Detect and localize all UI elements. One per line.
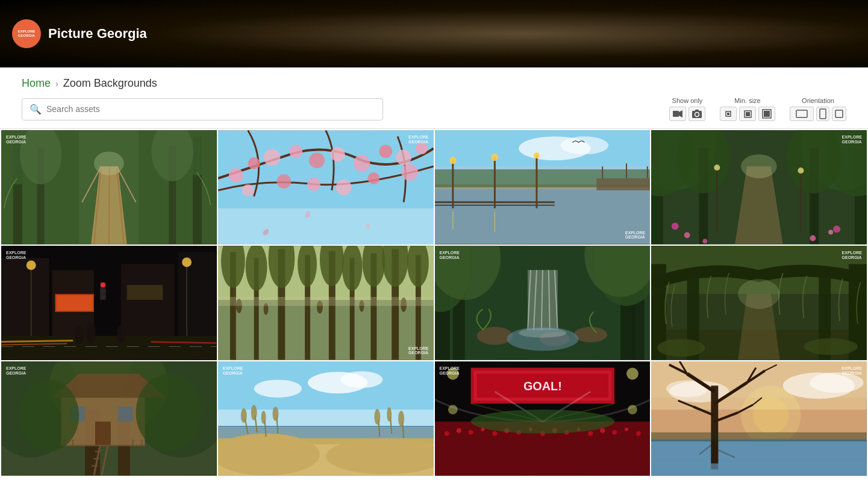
svg-point-224 bbox=[387, 407, 392, 422]
svg-point-262 bbox=[448, 405, 457, 414]
filter-video-button[interactable] bbox=[669, 107, 686, 121]
svg-point-268 bbox=[753, 397, 789, 434]
gallery-image-3 bbox=[435, 130, 651, 245]
size-med-icon bbox=[744, 110, 752, 118]
gallery-item[interactable]: EXPLOREGEORGIA bbox=[218, 361, 434, 476]
svg-point-238 bbox=[444, 431, 449, 436]
video-icon bbox=[673, 110, 682, 117]
svg-rect-192 bbox=[118, 407, 133, 422]
watermark-11: EXPLOREGEORGIA bbox=[440, 366, 460, 375]
svg-point-163 bbox=[573, 327, 607, 343]
svg-point-242 bbox=[492, 431, 497, 436]
svg-point-239 bbox=[456, 428, 461, 433]
gallery-item[interactable]: EXPLOREGEORGIA bbox=[1, 130, 217, 245]
search-box[interactable]: 🔍 bbox=[22, 98, 383, 120]
svg-point-86 bbox=[703, 238, 708, 243]
gallery-item[interactable]: EXPLOREGEORGIA bbox=[435, 130, 651, 245]
gallery-item[interactable]: EXPLOREGEORGIA bbox=[651, 130, 867, 245]
size-small-button[interactable] bbox=[720, 107, 737, 121]
orient-landscape-button[interactable] bbox=[790, 107, 814, 121]
svg-rect-32 bbox=[218, 208, 434, 245]
svg-text:GOAL!: GOAL! bbox=[523, 379, 561, 393]
svg-point-171 bbox=[519, 328, 567, 338]
svg-point-87 bbox=[810, 235, 816, 242]
logo-area[interactable]: EXPLOREGEORGIA Picture Georgia bbox=[12, 19, 147, 48]
gallery-item[interactable]: EXPLOREGEORGIA bbox=[651, 246, 867, 360]
orient-portrait-button[interactable] bbox=[816, 107, 829, 121]
gallery-image-4 bbox=[651, 130, 867, 245]
size-large-icon bbox=[762, 109, 772, 119]
watermark-12: EXPLOREGEORGIA bbox=[842, 366, 862, 375]
filter-orientation: Orientation bbox=[790, 97, 846, 121]
orient-square-button[interactable] bbox=[832, 107, 846, 121]
svg-point-220 bbox=[272, 407, 278, 421]
svg-rect-102 bbox=[56, 295, 93, 311]
gallery-item[interactable]: EXPLOREGEORGIA bbox=[218, 246, 434, 360]
gallery-image-12 bbox=[651, 361, 867, 476]
watermark-3: EXPLOREGEORGIA bbox=[625, 231, 645, 240]
svg-point-108 bbox=[101, 282, 105, 287]
gallery-item[interactable]: EXPLOREGEORGIA bbox=[1, 361, 217, 476]
svg-point-252 bbox=[612, 430, 617, 435]
svg-point-93 bbox=[714, 164, 720, 170]
svg-point-254 bbox=[635, 431, 640, 436]
svg-point-259 bbox=[470, 410, 614, 434]
svg-point-117 bbox=[86, 322, 96, 344]
gallery-image-2 bbox=[218, 130, 434, 245]
gallery-item[interactable]: EXPLOREGEORGIA bbox=[435, 246, 651, 360]
svg-point-251 bbox=[600, 428, 605, 433]
gallery-item[interactable]: EXPLOREGEORGIA bbox=[218, 130, 434, 245]
svg-rect-12 bbox=[820, 109, 826, 119]
svg-point-95 bbox=[798, 167, 804, 173]
gallery-image-7 bbox=[435, 246, 651, 360]
svg-rect-111 bbox=[1, 336, 217, 360]
svg-point-89 bbox=[672, 223, 679, 230]
gallery-image-1 bbox=[1, 130, 217, 245]
filter-photo-button[interactable] bbox=[688, 107, 705, 121]
svg-point-60 bbox=[449, 157, 456, 164]
svg-rect-119 bbox=[127, 285, 163, 300]
svg-point-41 bbox=[396, 149, 411, 165]
svg-point-218 bbox=[261, 411, 266, 424]
svg-point-240 bbox=[468, 430, 473, 435]
size-large-button[interactable] bbox=[758, 107, 775, 121]
landscape-icon bbox=[796, 110, 808, 118]
svg-rect-13 bbox=[835, 110, 843, 117]
gallery-item[interactable]: GOAL! bbox=[435, 361, 651, 476]
svg-line-113 bbox=[1, 341, 73, 342]
svg-point-216 bbox=[251, 405, 257, 420]
camera-icon bbox=[692, 110, 702, 118]
svg-point-48 bbox=[401, 164, 418, 181]
filters-area: Show only bbox=[669, 97, 846, 121]
gallery-image-5 bbox=[1, 246, 217, 360]
svg-rect-10 bbox=[764, 111, 770, 117]
svg-point-106 bbox=[182, 257, 192, 267]
svg-point-230 bbox=[254, 379, 302, 397]
svg-point-253 bbox=[625, 428, 628, 431]
svg-point-30 bbox=[94, 151, 124, 175]
svg-rect-6 bbox=[727, 113, 729, 115]
svg-point-38 bbox=[331, 147, 345, 161]
svg-point-205 bbox=[136, 373, 202, 451]
orientation-icons bbox=[790, 107, 846, 121]
svg-rect-273 bbox=[651, 440, 867, 476]
watermark-10: EXPLOREGEORGIA bbox=[223, 366, 243, 375]
gallery-item[interactable]: EXPLOREGEORGIA bbox=[651, 361, 867, 476]
svg-point-35 bbox=[263, 149, 280, 166]
breadcrumb-home[interactable]: Home bbox=[22, 77, 51, 90]
watermark-9: EXPLOREGEORGIA bbox=[6, 366, 26, 375]
gallery-item[interactable]: EXPLOREGEORGIA bbox=[1, 246, 217, 360]
svg-point-226 bbox=[398, 411, 404, 426]
filter-min-size: Min. size bbox=[720, 97, 775, 121]
min-size-icons bbox=[720, 107, 775, 121]
show-only-label: Show only bbox=[672, 97, 703, 104]
svg-line-115 bbox=[151, 342, 216, 343]
svg-point-39 bbox=[353, 155, 370, 172]
svg-point-204 bbox=[19, 379, 79, 451]
svg-point-222 bbox=[374, 409, 380, 425]
search-input[interactable] bbox=[46, 104, 375, 114]
svg-point-104 bbox=[27, 260, 36, 270]
svg-point-36 bbox=[289, 145, 302, 158]
size-med-button[interactable] bbox=[739, 107, 756, 121]
svg-point-34 bbox=[248, 157, 260, 169]
